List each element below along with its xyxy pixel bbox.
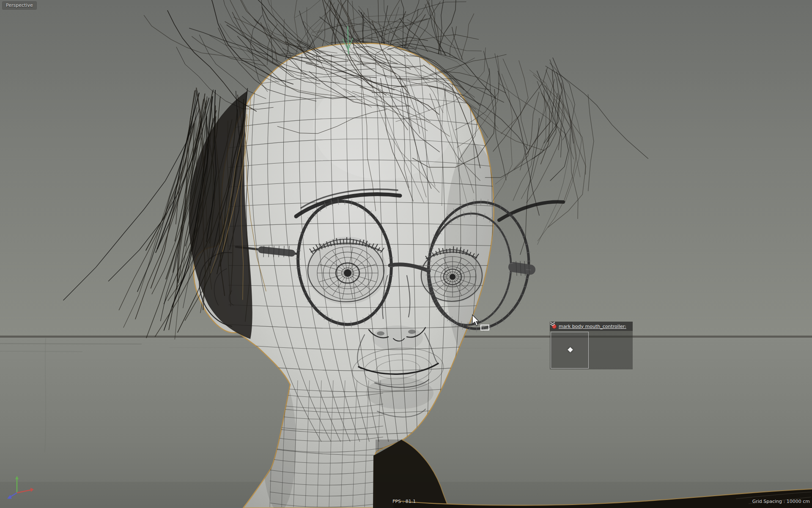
right-temple-cap — [513, 267, 530, 270]
viewport[interactable]: Perspective FPS : 81.1 Grid Spacing : 10… — [0, 0, 812, 508]
mouth-controller-popup[interactable]: mark body mouth_controller: — [550, 322, 633, 369]
collapse-chevron-icon[interactable] — [550, 322, 555, 326]
mouth-controller-body — [550, 331, 633, 369]
viewport-canvas[interactable] — [0, 0, 812, 508]
controller-handle[interactable] — [568, 347, 573, 352]
grid-spacing-readout: Grid Spacing : 10000 cm — [752, 499, 810, 504]
rim-segment-tick — [481, 199, 481, 205]
left-nostril — [377, 331, 384, 336]
mouth-controller-header[interactable]: mark body mouth_controller: — [550, 322, 633, 331]
controller-range-box[interactable] — [551, 332, 589, 369]
cursor-rect-icon — [481, 325, 489, 330]
rim-segment-tick — [477, 325, 477, 332]
fps-readout: FPS : 81.1 — [392, 499, 416, 504]
left-temple-hinge — [261, 250, 292, 253]
mouth-controller-title-link[interactable]: mark body mouth_controller: — [559, 324, 631, 329]
camera-view-label[interactable]: Perspective — [3, 2, 36, 9]
right-nostril — [408, 330, 416, 334]
